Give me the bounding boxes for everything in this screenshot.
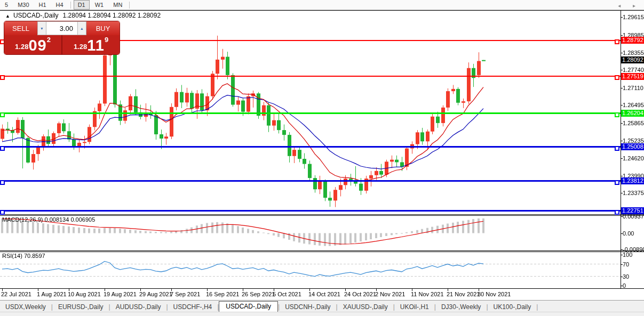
date-label: 1 Aug 2021 <box>37 291 67 297</box>
date-label: 7 Sep 2021 <box>170 291 200 297</box>
line-handle-left[interactable] <box>0 75 5 80</box>
volume-increase-button[interactable]: ▲ <box>77 21 86 35</box>
line-handle-right[interactable] <box>615 146 619 151</box>
trade-panel-prices: 1.28 09 2 1.28 11 9 <box>4 35 120 54</box>
mt4-window: 5M30H1H4D1W1MN ▲USDCAD-,Daily1.28094 1.2… <box>0 0 644 316</box>
timeframe-button-m30[interactable]: M30 <box>13 0 33 10</box>
line-handle-right[interactable] <box>615 75 619 80</box>
level-price-tag: 1.23812 <box>621 177 644 184</box>
volume-input[interactable]: 3.00 <box>46 21 77 35</box>
pane-separator <box>0 215 644 216</box>
pane-separator <box>0 288 644 289</box>
price-axis-label: 1.27110 <box>623 85 643 91</box>
sell-button[interactable]: SELL <box>4 21 37 35</box>
tab-uk100[interactable]: UK100-,Daily <box>488 302 537 312</box>
date-label: 19 Aug 2021 <box>104 291 137 297</box>
volume-decrease-button[interactable]: ▼ <box>37 21 46 35</box>
date-label: 22 Jul 2021 <box>1 291 31 297</box>
price-axis-label: 1.28355 <box>623 50 644 56</box>
sell-price-big: 09 <box>28 38 46 53</box>
collapse-arrow-icon[interactable]: ▲ <box>5 13 10 19</box>
timeframe-button-h1[interactable]: H1 <box>35 0 51 10</box>
line-handle-left[interactable] <box>0 210 5 215</box>
tab-usdchf[interactable]: USDCHF-,H4 <box>168 302 218 312</box>
line-handle-right[interactable] <box>615 39 619 44</box>
tab-usdcnh[interactable]: USDCNH-,Daily <box>280 302 336 312</box>
date-label: 11 Nov 2021 <box>411 291 444 297</box>
tab-audusd[interactable]: AUDUSD-,Daily <box>110 302 166 312</box>
timeframe-toolbar: 5M30H1H4D1W1MN <box>0 0 644 10</box>
tab-dj30[interactable]: DJ30-,Weekly <box>436 302 486 312</box>
timeframe-button-d1[interactable]: D1 <box>74 0 90 10</box>
rsi-axis-label: 0 <box>623 282 626 289</box>
tab-ukoil[interactable]: UKOil-,H1 <box>395 302 434 312</box>
level-line-1.26204[interactable] <box>0 112 621 114</box>
symbol-label: USDCAD-,Daily <box>13 12 59 19</box>
line-handle-left[interactable] <box>0 146 5 151</box>
rsi-axis-label: 70 <box>623 261 629 268</box>
buy-price-pip: 9 <box>105 36 108 43</box>
price-axis-label: 1.27740 <box>623 67 644 73</box>
buy-price-prefix: 1.28 <box>74 40 87 53</box>
chart-tab-bar: USDX,Weekly|EURUSD-,Daily|AUDUSD-,Daily|… <box>0 300 644 312</box>
buy-button[interactable]: BUY <box>86 21 120 35</box>
date-label: 21 Nov 2021 <box>447 291 480 297</box>
sell-price-prefix: 1.28 <box>15 40 28 53</box>
price-axis-label: 1.24620 <box>623 155 644 161</box>
chart-symbol-title[interactable]: ▲USDCAD-,Daily1.28094 1.28094 1.28092 1.… <box>5 12 161 19</box>
level-price-tag: 1.25008 <box>621 143 644 150</box>
level-price-tag: 1.27519 <box>621 73 644 80</box>
tab-eurusd[interactable]: EURUSD-,Daily <box>53 302 109 312</box>
price-axis-label: 1.26495 <box>623 102 644 108</box>
trade-panel-controls: SELL ▼ 3.00 ▲ BUY <box>4 21 120 35</box>
tab-usdx[interactable]: USDX,Weekly <box>0 302 51 312</box>
rsi-axis-label: 30 <box>623 273 629 280</box>
toolbar-separator <box>70 2 71 9</box>
date-label: 14 Oct 2021 <box>308 291 340 297</box>
timeframe-button-h4[interactable]: H4 <box>52 0 68 10</box>
chart-top-border <box>0 10 644 11</box>
date-label: 26 Sep 2021 <box>242 291 275 297</box>
bottom-strip <box>0 312 644 316</box>
sell-price[interactable]: 1.28 09 2 <box>4 35 61 54</box>
line-handle-left[interactable] <box>0 180 5 185</box>
macd-axis-label: 0.00 <box>623 230 634 237</box>
line-handle-right[interactable] <box>615 180 619 185</box>
pane-separator <box>0 252 644 252</box>
timeframe-button-5[interactable]: 5 <box>1 0 12 10</box>
sell-price-pip: 2 <box>47 36 51 43</box>
pane-separator <box>0 250 644 251</box>
date-label: 5 Oct 2021 <box>273 291 301 297</box>
line-handle-left[interactable] <box>0 112 5 117</box>
timeframe-button-mn[interactable]: MN <box>109 0 126 10</box>
buy-price[interactable]: 1.28 11 9 <box>62 35 120 54</box>
tab-separator: | <box>536 303 538 312</box>
price-axis-label: 1.29615 <box>623 14 644 20</box>
date-label: 29 Aug 2021 <box>139 291 172 297</box>
level-line-1.23812[interactable] <box>0 180 621 182</box>
timeframe-button-w1[interactable]: W1 <box>91 0 108 10</box>
date-label: 10 Aug 2021 <box>68 291 101 297</box>
level-line-1.25008[interactable] <box>0 146 621 148</box>
tab-usdcad[interactable]: USDCAD-,Daily <box>219 301 278 312</box>
level-line-1.27519[interactable] <box>0 76 621 77</box>
date-label: 16 Sep 2021 <box>206 291 239 297</box>
macd-axis-label: 0.009373 <box>623 213 644 220</box>
date-label: 24 Oct 2021 <box>344 291 376 297</box>
one-click-trading-panel: SELL ▼ 3.00 ▲ BUY 1.28 09 2 1.28 11 9 <box>4 21 120 54</box>
pane-separator <box>0 214 644 215</box>
level-price-tag: 1.26204 <box>621 110 644 117</box>
macd-indicator-label: MACD(12,26,9) 0.008134 0.006905 <box>2 216 95 223</box>
ohlc-values: 1.28094 1.28094 1.28092 1.28092 <box>63 12 161 19</box>
tab-scroll-arrows[interactable]: ◂ ▸ <box>618 3 641 9</box>
rsi-indicator-label: RSI(14) 70.8597 <box>2 253 45 259</box>
line-handle-right[interactable] <box>615 210 619 215</box>
buy-price-big: 11 <box>87 38 105 53</box>
price-axis-label: 1.23375 <box>623 190 644 196</box>
date-label: 30 Nov 2021 <box>478 291 511 297</box>
level-line-1.22751[interactable] <box>0 210 621 212</box>
tab-xauusd[interactable]: XAUUSD-,Daily <box>338 302 393 312</box>
level-price-tag: 1.28792 <box>621 37 644 44</box>
line-handle-right[interactable] <box>615 112 619 117</box>
toolbar-separator <box>129 2 130 9</box>
